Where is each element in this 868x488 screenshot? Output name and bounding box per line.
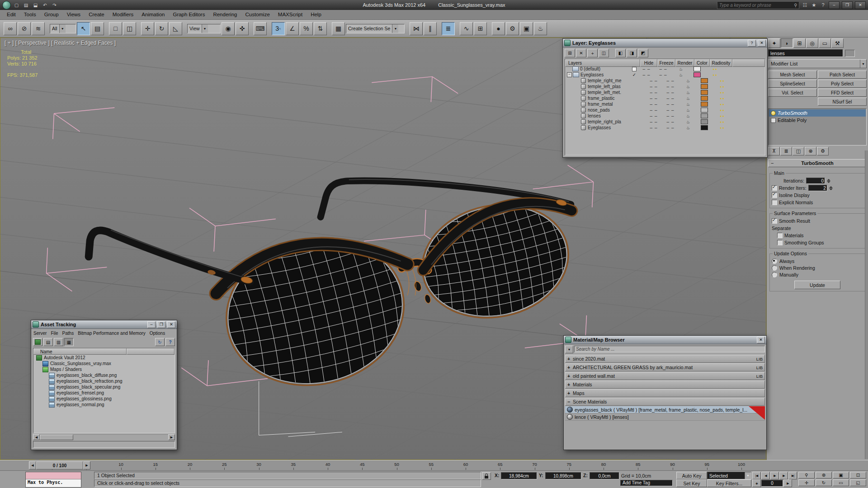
layer-radiosity-cell[interactable]: ●● — [712, 84, 733, 89]
layer-freeze-cell[interactable]: – – — [662, 95, 679, 101]
refresh-icon[interactable]: ↻ — [155, 338, 165, 346]
help-icon[interactable]: ? — [165, 338, 175, 346]
layer-row[interactable]: temple_left_plas– –– –♨●● — [565, 84, 765, 89]
render-production-icon[interactable]: ♨ — [534, 22, 547, 35]
expand-icon[interactable]: + — [567, 390, 571, 396]
asset-tracking-titlebar[interactable]: Asset Tracking – ❐ ✕ — [31, 320, 177, 329]
layer-radiosity-cell[interactable]: ●● — [712, 125, 733, 131]
freeze-layer-toggle-icon[interactable]: ◩ — [638, 49, 648, 57]
current-layer-cell[interactable] — [637, 95, 646, 101]
configure-modifier-sets-icon[interactable]: ⚙ — [817, 147, 829, 155]
asset-menu-options[interactable]: Options — [150, 331, 165, 336]
close-icon[interactable]: ✕ — [167, 321, 175, 328]
close-icon[interactable]: ✕ — [855, 1, 866, 9]
layer-freeze-cell[interactable]: – – — [662, 113, 679, 119]
maximize-icon[interactable]: ❐ — [157, 321, 165, 328]
iterations-spinner[interactable] — [806, 178, 825, 184]
create-new-layer-icon[interactable]: ⊞ — [565, 49, 575, 57]
bind-to-space-warp-icon[interactable]: ≋ — [32, 22, 45, 35]
current-layer-cell[interactable] — [637, 119, 646, 125]
keyboard-override-icon[interactable]: ⌨ — [254, 22, 267, 35]
modifier-button-ffd-select[interactable]: FFD Select — [818, 89, 867, 97]
minimize-icon[interactable]: – — [147, 321, 156, 328]
layer-color-cell[interactable] — [697, 125, 712, 131]
create-tab-icon[interactable]: ✦ — [768, 38, 780, 48]
layer-radiosity-cell[interactable]: ●● — [712, 101, 733, 107]
selection-filter-dropdown[interactable]: All ▼ — [50, 24, 76, 33]
editable-poly-icon[interactable] — [771, 118, 776, 123]
snaps-toggle-icon[interactable]: 3∩ — [272, 22, 285, 35]
current-layer-cell[interactable] — [637, 113, 646, 119]
layer-render-cell[interactable]: ♨ — [679, 78, 697, 84]
layer-freeze-cell[interactable]: – – — [662, 78, 679, 84]
modifier-button-patch-select[interactable]: Patch Select — [818, 70, 867, 79]
modify-tab-icon[interactable]: ◗ — [781, 38, 793, 48]
current-layer-cell[interactable]: ✓ — [630, 72, 638, 78]
current-layer-cell[interactable] — [637, 78, 646, 84]
asset-row[interactable]: eyeglasses_black_refraction.png — [33, 378, 175, 384]
chevron-down-icon[interactable]: ▼ — [860, 60, 866, 68]
layer-freeze-cell[interactable]: – – — [655, 66, 672, 72]
layer-row[interactable]: nose_pads– –– –♨●● — [565, 107, 765, 113]
asset-row[interactable]: eyeglasses_black_diffuse.png — [33, 372, 175, 378]
layer-freeze-cell[interactable]: – – — [662, 101, 679, 107]
render-setup-icon[interactable]: ⚙ — [506, 22, 519, 35]
maximize-icon[interactable]: ❐ — [842, 1, 853, 9]
layer-hide-cell[interactable]: – – — [646, 89, 662, 95]
radio-when-rendering[interactable] — [772, 265, 777, 271]
material-group-maps[interactable]: +Maps — [565, 389, 765, 397]
zoom-icon[interactable]: ⚲ — [798, 472, 815, 479]
layer-render-cell[interactable]: ♨ — [679, 101, 697, 107]
close-icon[interactable]: ✕ — [758, 40, 766, 47]
spinner-arrows-icon[interactable] — [827, 179, 830, 183]
modifier-button-nsurf-sel[interactable]: NSurf Sel — [818, 98, 867, 106]
menu-create[interactable]: Create — [85, 10, 108, 19]
rollout-header[interactable]: − TurboSmooth — [768, 159, 867, 167]
material-editor-icon[interactable]: ● — [492, 22, 505, 35]
go-to-end-icon[interactable]: ▶| — [788, 472, 797, 479]
selection-lock-toggle[interactable] — [482, 472, 491, 480]
expander-icon[interactable]: − — [567, 72, 572, 77]
layer-manager-icon[interactable]: ≣ — [442, 22, 455, 35]
explicit-normals-checkbox[interactable] — [772, 200, 777, 205]
asset-row[interactable]: Classic_Sunglasses_vray.max — [33, 361, 175, 366]
horizontal-scrollbar[interactable]: ◀ ▶ — [33, 434, 175, 440]
table-view-icon[interactable]: ▦ — [64, 338, 74, 346]
menu-graph-editors[interactable]: Graph Editors — [169, 10, 209, 19]
asset-row[interactable]: eyeglasses_frensel.png — [33, 390, 175, 396]
smoothing-groups-checkbox[interactable] — [777, 240, 783, 245]
layer-color-cell[interactable] — [697, 107, 712, 113]
macro-recorder-line[interactable] — [26, 472, 81, 479]
menu-animation[interactable]: Animation — [137, 10, 169, 19]
material-group-since-mat[interactable]: +since 2020.matLIB — [565, 355, 765, 363]
select-and-link-icon[interactable]: ∞ — [4, 22, 17, 35]
redo-icon[interactable]: ↷ — [51, 1, 58, 9]
layer-row[interactable]: temple_right_pla– –– –♨●● — [565, 119, 765, 125]
layer-color-cell[interactable] — [697, 89, 712, 95]
scrollbar-track[interactable] — [40, 434, 168, 440]
expand-icon[interactable]: − — [567, 399, 571, 404]
reference-coordinate-dropdown[interactable]: View ▼ — [187, 24, 221, 33]
layer-render-cell[interactable]: ♨ — [679, 84, 697, 89]
expand-icon[interactable]: + — [567, 356, 571, 361]
modifier-bulb-icon[interactable] — [771, 111, 776, 116]
remove-modifier-icon[interactable]: ⊗ — [805, 147, 816, 155]
smooth-result-checkbox[interactable] — [772, 218, 777, 224]
asset-menu-file[interactable]: File — [51, 331, 58, 336]
chevron-down-icon[interactable]: ▼ — [202, 24, 208, 33]
layer-color-cell[interactable] — [697, 95, 712, 101]
layer-radiosity-cell[interactable]: ●● — [712, 119, 733, 125]
schematic-view-icon[interactable]: ⊞ — [474, 22, 487, 35]
menu-customize[interactable]: Customize — [241, 10, 274, 19]
utilities-tab-icon[interactable]: ⚒ — [831, 38, 844, 48]
stack-item-turbosmooth[interactable]: TurboSmooth — [769, 109, 866, 117]
asset-row[interactable]: Autodesk Vault 2012 — [33, 355, 175, 361]
expand-icon[interactable]: + — [567, 365, 571, 370]
add-time-tag[interactable]: Add Time Tag — [620, 480, 673, 486]
layer-color-cell[interactable] — [697, 119, 712, 125]
layer-hide-cell[interactable]: – – — [646, 84, 662, 89]
help-icon[interactable]: ? — [820, 2, 826, 8]
angle-snap-icon[interactable]: ∠ — [286, 22, 299, 35]
layer-freeze-cell[interactable]: – – — [662, 84, 679, 89]
spinner-arrows-icon[interactable] — [829, 186, 833, 190]
